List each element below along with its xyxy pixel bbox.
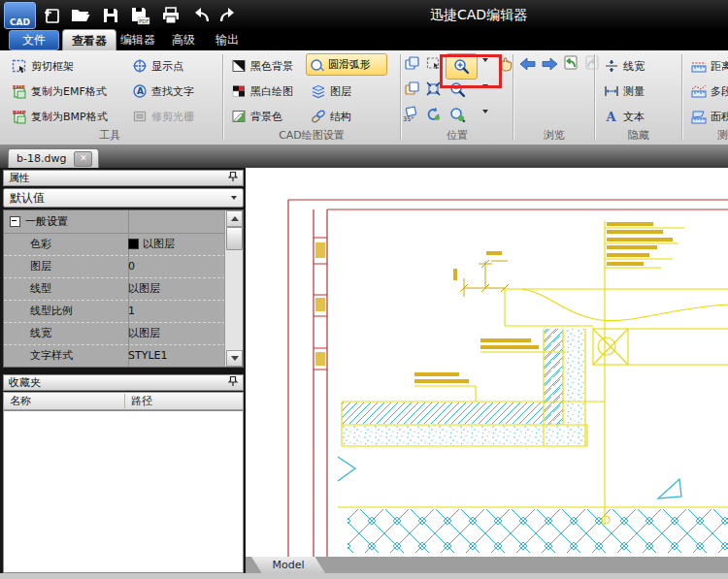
close-tab-icon[interactable]: ✕ bbox=[74, 151, 92, 167]
svg-text:A: A bbox=[137, 86, 144, 96]
scroll-up-button[interactable] bbox=[226, 210, 243, 227]
ribbon-item-measure[interactable]: 测量 bbox=[604, 81, 645, 101]
ribbon-separator bbox=[681, 54, 683, 140]
previous-view-button[interactable] bbox=[562, 54, 579, 72]
group-label-tools: 工具 bbox=[0, 128, 219, 142]
pin-icon[interactable] bbox=[228, 375, 238, 390]
ribbon-item-distance[interactable]: 距离 bbox=[691, 56, 728, 76]
collapse-icon[interactable] bbox=[10, 216, 20, 227]
property-row-color[interactable]: 色彩 以图层 bbox=[4, 233, 225, 256]
black-background-icon bbox=[231, 58, 247, 74]
ribbon-item-lineweight[interactable]: 线宽 bbox=[604, 56, 645, 76]
frame-title-blocks bbox=[315, 242, 325, 366]
scroll-down-button[interactable] bbox=[226, 350, 243, 367]
bw-drawing-icon bbox=[231, 83, 247, 99]
ribbon-item-background-color[interactable]: 背景色 bbox=[231, 107, 282, 126]
undo-button[interactable] bbox=[188, 4, 214, 27]
ribbon-item-copy-emf[interactable]: EMF 复制为EMF格式 bbox=[12, 81, 107, 101]
ribbon-separator bbox=[513, 54, 514, 140]
property-group-row[interactable]: 一般设置 bbox=[4, 210, 225, 234]
property-row-layer[interactable]: 图层 0 bbox=[4, 255, 225, 278]
rotate-35-button[interactable]: 35° bbox=[402, 106, 421, 123]
new-file-button[interactable] bbox=[39, 4, 64, 27]
find-text-icon: A bbox=[132, 83, 148, 99]
open-file-button[interactable] bbox=[68, 4, 93, 27]
file-menu-button[interactable]: 文件 bbox=[9, 30, 59, 50]
property-row-lineweight[interactable]: 线宽 以图层 bbox=[4, 322, 225, 345]
annotation-highlight-box bbox=[440, 54, 502, 88]
group-label-hide: 隐藏 bbox=[596, 128, 681, 142]
properties-table: 一般设置 色彩 以图层 图层 0 线型 以图层 线型比例 1 线宽 以图层 bbox=[3, 209, 244, 368]
zoom-selection-button[interactable] bbox=[448, 106, 468, 125]
scrollbar-thumb[interactable] bbox=[226, 227, 243, 250]
hatch-fills bbox=[342, 329, 728, 553]
pin-icon[interactable] bbox=[228, 171, 238, 185]
refresh-view-button[interactable] bbox=[425, 106, 443, 123]
copy-emf-icon: EMF bbox=[12, 83, 27, 99]
yellow-geometry bbox=[338, 221, 728, 525]
ribbon-item-copy-bmp[interactable]: BMP 复制为BMP格式 bbox=[12, 107, 108, 126]
properties-scrollbar[interactable] bbox=[224, 210, 243, 367]
save-button[interactable] bbox=[98, 4, 123, 27]
favorites-list[interactable] bbox=[3, 410, 244, 573]
svg-text:A: A bbox=[606, 110, 617, 124]
cad-canvas[interactable] bbox=[246, 168, 728, 557]
measure-icon bbox=[604, 83, 619, 99]
view-back-button[interactable] bbox=[519, 57, 537, 71]
svg-text:BMP: BMP bbox=[13, 110, 26, 115]
next-view-button[interactable] bbox=[583, 54, 601, 72]
menu-tab-advanced[interactable]: 高级 bbox=[172, 32, 195, 48]
paste-view-button[interactable] bbox=[404, 80, 421, 98]
menu-tab-viewer[interactable]: 查看器 bbox=[62, 29, 116, 51]
model-tab[interactable]: Model bbox=[251, 557, 325, 573]
copy-bmp-icon: BMP bbox=[12, 109, 27, 124]
favorites-column-headers[interactable]: 名称 路径 bbox=[3, 392, 244, 410]
view-forward-button[interactable] bbox=[541, 57, 558, 71]
ribbon-item-black-background[interactable]: 黑色背景 bbox=[231, 56, 293, 76]
favorites-panel-header: 收藏夹 bbox=[3, 374, 244, 391]
preset-dropdown[interactable]: 默认值 bbox=[3, 188, 244, 208]
ribbon-item-show-point[interactable]: 显示点 bbox=[132, 56, 183, 76]
ribbon-item-area[interactable]: 面积 bbox=[691, 107, 728, 126]
redo-button[interactable] bbox=[215, 4, 241, 27]
ribbon-item-smooth-arc[interactable]: 圆滑弧形 bbox=[306, 53, 387, 76]
group-label-measure: 测量 bbox=[683, 128, 728, 142]
print-button[interactable] bbox=[158, 4, 183, 27]
smooth-arc-icon bbox=[310, 57, 325, 73]
document-tab[interactable]: b-18.dwg ✕ bbox=[8, 148, 99, 168]
ribbon-item-clip-frame[interactable]: 剪切框架 bbox=[12, 56, 74, 76]
cad-drawing bbox=[246, 168, 728, 557]
property-row-linetype-scale[interactable]: 线型比例 1 bbox=[4, 300, 225, 323]
ribbon-item-trim-raster[interactable]: 修剪光栅 bbox=[132, 107, 194, 126]
app-logo-icon[interactable]: CAD bbox=[4, 2, 36, 29]
show-point-icon bbox=[132, 58, 148, 74]
status-strip bbox=[0, 573, 728, 579]
ribbon-separator bbox=[400, 54, 402, 140]
ribbon-item-bw-drawing[interactable]: 黑白绘图 bbox=[231, 81, 293, 101]
text-icon: A bbox=[604, 109, 619, 124]
ribbon-item-polyline[interactable]: 多段线 bbox=[691, 81, 728, 101]
ribbon-toolbar: 剪切框架 EMF 复制为EMF格式 BMP 复制为BMP格式 显示点 A 查找文… bbox=[0, 50, 728, 145]
left-panel: 属性 默认值 一般设置 色彩 以图层 图层 0 线型 以图层 bbox=[0, 168, 246, 579]
ribbon-item-layers[interactable]: 图层 bbox=[311, 81, 351, 101]
copy-view-button[interactable] bbox=[404, 55, 421, 73]
ribbon-item-text[interactable]: A 文本 bbox=[604, 107, 645, 126]
svg-text:EMF: EMF bbox=[13, 84, 25, 90]
menu-tab-editor[interactable]: 编辑器 bbox=[120, 32, 155, 48]
zoom-selection-dropdown[interactable] bbox=[480, 110, 488, 113]
ribbon-item-find-text[interactable]: A 查找文字 bbox=[132, 81, 194, 101]
clip-frame-icon bbox=[12, 58, 27, 74]
save-as-pdf-button[interactable]: PDF bbox=[127, 4, 152, 27]
cyan-symbols bbox=[338, 457, 681, 499]
property-row-linetype[interactable]: 线型 以图层 bbox=[4, 277, 225, 301]
menu-tab-output[interactable]: 输出 bbox=[215, 32, 239, 48]
ribbon-separator bbox=[222, 54, 224, 140]
color-swatch bbox=[128, 239, 139, 249]
background-color-icon bbox=[231, 109, 247, 124]
property-row-text-style[interactable]: 文字样式 STYLE1 bbox=[4, 344, 225, 368]
svg-text:PDF: PDF bbox=[139, 18, 149, 24]
group-label-cad-settings: CAD绘图设置 bbox=[225, 128, 398, 142]
window-title: 迅捷CAD编辑器 bbox=[430, 7, 527, 24]
ribbon-item-structure[interactable]: 结构 bbox=[311, 107, 351, 126]
document-tab-label: b-18.dwg bbox=[17, 152, 66, 165]
